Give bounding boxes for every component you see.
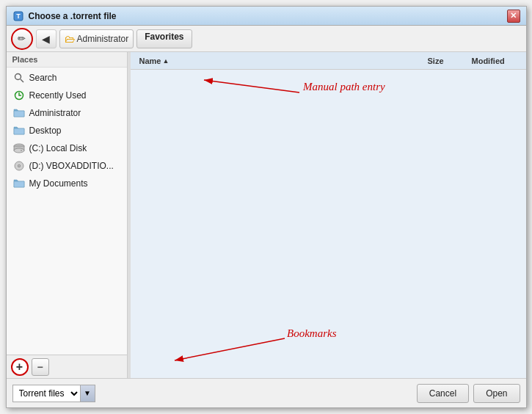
- sidebar-item-administrator[interactable]: Administrator: [7, 104, 127, 122]
- back-button[interactable]: ◀: [36, 29, 57, 48]
- file-area: Name ▲ Size Modified: [131, 52, 526, 378]
- window-title: Choose a .torrent file: [29, 11, 117, 21]
- title-bar-left: T Choose a .torrent file: [12, 10, 117, 22]
- vboxadditions-icon: [12, 159, 26, 172]
- torrent-icon: T: [12, 10, 24, 22]
- column-size-label: Size: [428, 57, 444, 65]
- filter-dropdown-arrow[interactable]: ▼: [81, 385, 95, 402]
- location-label: Administrator: [77, 34, 129, 44]
- add-bookmark-button[interactable]: +: [11, 358, 29, 376]
- sidebar-item-recently-used[interactable]: Recently Used: [7, 87, 127, 104]
- svg-point-7: [14, 148, 24, 153]
- toolbar: ✏ ◀ 🗁 Administrator Favorites: [7, 26, 526, 52]
- sidebar-item-local-disk-label: (C:) Local Disk: [29, 143, 87, 153]
- column-modified-label: Modified: [472, 57, 505, 65]
- sidebar-item-my-documents[interactable]: My Documents: [7, 175, 127, 192]
- file-list: [131, 70, 526, 378]
- open-button[interactable]: Open: [473, 384, 520, 403]
- sidebar-item-vboxadditions[interactable]: (D:) VBOXADDITIO...: [7, 157, 127, 175]
- main-area: Places Search: [7, 52, 526, 378]
- desktop-folder-icon: [12, 124, 26, 137]
- pen-icon: ✏: [18, 33, 26, 44]
- close-button[interactable]: ✕: [507, 10, 520, 23]
- svg-point-2: [15, 74, 21, 80]
- sort-icon: ▲: [162, 57, 169, 65]
- sidebar-item-desktop[interactable]: Desktop: [7, 122, 127, 139]
- sidebar-items: Search Recently Used: [7, 68, 127, 355]
- recently-used-icon: [12, 89, 26, 102]
- administrator-folder-icon: [12, 106, 26, 120]
- sidebar-item-search[interactable]: Search: [7, 69, 127, 87]
- svg-point-8: [21, 150, 22, 151]
- favorites-button[interactable]: Favorites: [136, 29, 192, 48]
- bottom-bar: Torrent files ▼ Cancel Open: [7, 378, 526, 407]
- remove-bookmark-button[interactable]: −: [32, 358, 49, 376]
- column-modified[interactable]: Modified: [469, 56, 520, 66]
- sidebar-item-search-label: Search: [29, 73, 57, 83]
- column-name[interactable]: Name ▲: [136, 56, 425, 66]
- svg-point-11: [18, 165, 20, 167]
- svg-text:T: T: [16, 12, 21, 20]
- location-folder-button[interactable]: 🗁 Administrator: [59, 29, 134, 48]
- sidebar-item-local-disk[interactable]: (C:) Local Disk: [7, 139, 127, 157]
- folder-icon: 🗁: [65, 33, 75, 45]
- sidebar-item-administrator-label: Administrator: [29, 108, 81, 118]
- filter-dropdown: Torrent files ▼: [12, 385, 95, 402]
- sidebar-header: Places: [7, 52, 127, 68]
- svg-line-3: [21, 79, 23, 82]
- sidebar-bottom: + −: [7, 355, 127, 378]
- local-disk-icon: [12, 142, 26, 155]
- column-name-label: Name: [139, 57, 161, 65]
- file-filter-select[interactable]: Torrent files: [12, 385, 81, 402]
- back-icon: ◀: [42, 33, 50, 45]
- sidebar: Places Search: [7, 52, 128, 378]
- search-icon: [12, 71, 26, 84]
- sidebar-item-recently-used-label: Recently Used: [29, 90, 87, 101]
- edit-path-button[interactable]: ✏: [11, 28, 33, 50]
- sidebar-item-my-documents-label: My Documents: [29, 178, 88, 189]
- cancel-button[interactable]: Cancel: [417, 384, 469, 403]
- dialog-window: T Choose a .torrent file ✕ ✏ ◀ 🗁 Adminis…: [6, 6, 527, 408]
- column-size[interactable]: Size: [425, 56, 469, 66]
- my-documents-folder-icon: [12, 177, 26, 190]
- sidebar-item-vboxadditions-label: (D:) VBOXADDITIO...: [29, 161, 114, 171]
- title-bar: T Choose a .torrent file ✕: [7, 7, 526, 26]
- sidebar-item-desktop-label: Desktop: [29, 126, 62, 136]
- file-list-header: Name ▲ Size Modified: [131, 52, 526, 70]
